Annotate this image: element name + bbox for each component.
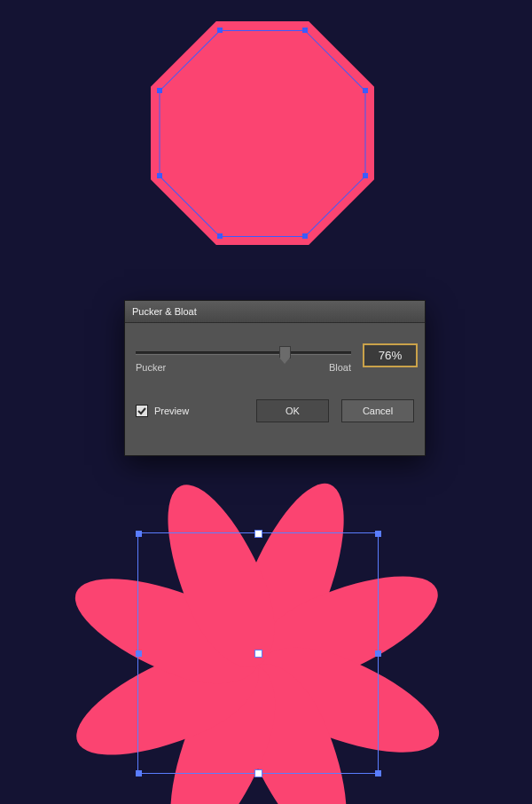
dialog-body: Pucker Bloat Preview OK Cancel: [125, 323, 425, 433]
ok-button[interactable]: OK: [256, 399, 329, 422]
flower-shape[interactable]: [62, 470, 452, 804]
octagon-shape[interactable]: [151, 21, 374, 245]
canvas-stage: Pucker & Bloat Pucker Bloat Preview OK C…: [0, 0, 532, 804]
slider-thumb[interactable]: [279, 346, 291, 359]
dialog-title: Pucker & Bloat: [132, 306, 197, 317]
dialog-titlebar[interactable]: Pucker & Bloat: [125, 301, 425, 323]
pucker-bloat-value-input[interactable]: [363, 343, 418, 367]
slider-labels: Pucker Bloat: [136, 362, 351, 373]
label-pucker: Pucker: [136, 362, 166, 373]
preview-checkbox[interactable]: [136, 405, 148, 417]
pucker-bloat-slider-track[interactable]: [136, 351, 351, 355]
pucker-bloat-dialog: Pucker & Bloat Pucker Bloat Preview OK C…: [124, 300, 426, 456]
selection-bounding-box: [137, 532, 379, 774]
check-icon: [137, 406, 146, 415]
label-bloat: Bloat: [329, 362, 351, 373]
cancel-button[interactable]: Cancel: [341, 399, 414, 422]
preview-label: Preview: [154, 406, 189, 416]
